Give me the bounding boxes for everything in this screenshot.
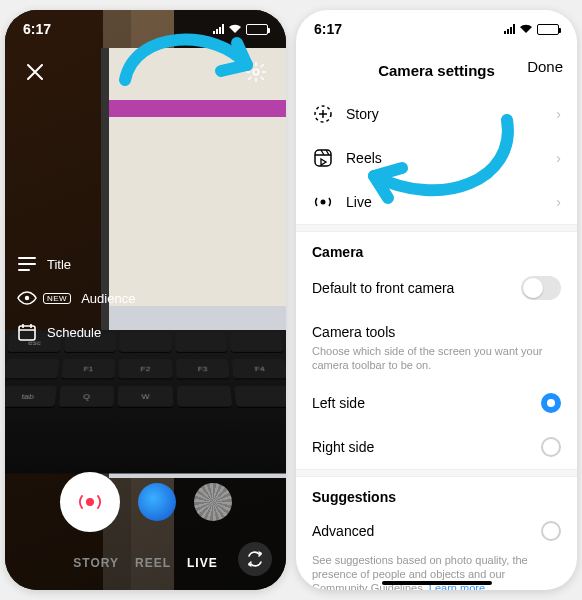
- effect-blue[interactable]: [138, 483, 176, 521]
- link-reels-label: Reels: [346, 150, 382, 166]
- mode-story[interactable]: STORY: [73, 556, 119, 570]
- link-live[interactable]: Live ›: [296, 180, 577, 224]
- close-icon[interactable]: [19, 56, 51, 88]
- effect-grey[interactable]: [194, 483, 232, 521]
- left-side-radio[interactable]: [541, 393, 561, 413]
- new-badge: NEW: [43, 293, 71, 304]
- svg-rect-2: [19, 326, 35, 340]
- link-live-label: Live: [346, 194, 372, 210]
- section-suggestions-heading: Suggestions: [296, 477, 577, 509]
- wifi-icon: [228, 24, 242, 34]
- battery-icon: [537, 24, 559, 35]
- svg-point-3: [86, 498, 94, 506]
- cellular-icon: [213, 24, 224, 34]
- advanced-radio[interactable]: [541, 521, 561, 541]
- home-indicator: [382, 581, 492, 585]
- done-button[interactable]: Done: [527, 58, 563, 75]
- battery-icon: [246, 24, 268, 35]
- status-icons: [504, 24, 559, 35]
- go-live-shutter[interactable]: [60, 472, 120, 532]
- left-side-label: Left side: [312, 395, 365, 411]
- cellular-icon: [504, 24, 515, 34]
- schedule-label: Schedule: [47, 325, 101, 340]
- story-icon: [312, 104, 334, 124]
- reels-icon: [312, 148, 334, 168]
- calendar-icon: [17, 322, 37, 342]
- broadcast-icon: [76, 488, 104, 516]
- right-side-label: Right side: [312, 439, 374, 455]
- lines-icon: [17, 254, 37, 274]
- eye-icon: [17, 288, 37, 308]
- mode-reel[interactable]: REEL: [135, 556, 171, 570]
- default-front-camera-row[interactable]: Default to front camera: [296, 264, 577, 312]
- title-label: Title: [47, 257, 71, 272]
- default-front-camera-label: Default to front camera: [312, 280, 454, 296]
- left-side-row[interactable]: Left side: [296, 381, 577, 425]
- mode-live[interactable]: LIVE: [187, 556, 218, 570]
- camera-tools-heading: Camera tools: [296, 312, 577, 344]
- viewfinder-keyboard: esc F1F2F3F4 tabQW: [5, 330, 286, 473]
- camera-settings-screen: 6:17 Camera settings Done Story › Reels …: [296, 10, 577, 590]
- gear-icon[interactable]: [240, 56, 272, 88]
- audience-button[interactable]: NEW Audience: [17, 288, 135, 308]
- default-front-camera-toggle[interactable]: [521, 276, 561, 300]
- title-button[interactable]: Title: [17, 254, 135, 274]
- wifi-icon: [519, 24, 533, 34]
- audience-label: Audience: [81, 291, 135, 306]
- svg-point-1: [25, 296, 29, 300]
- advanced-row[interactable]: Advanced: [296, 509, 577, 553]
- link-story[interactable]: Story ›: [296, 92, 577, 136]
- camera-tools-sub: Choose which side of the screen you want…: [296, 344, 577, 381]
- status-bar: 6:17: [296, 10, 577, 48]
- advanced-label: Advanced: [312, 523, 374, 539]
- clock: 6:17: [23, 21, 51, 37]
- camera-live-screen: esc F1F2F3F4 tabQW 6:17: [5, 10, 286, 590]
- live-icon: [312, 192, 334, 212]
- switch-camera-icon[interactable]: [238, 542, 272, 576]
- schedule-button[interactable]: Schedule: [17, 322, 135, 342]
- svg-point-0: [253, 69, 259, 75]
- right-side-row[interactable]: Right side: [296, 425, 577, 469]
- status-icons: [213, 24, 268, 35]
- section-camera-heading: Camera: [296, 232, 577, 264]
- chevron-right-icon: ›: [556, 106, 561, 122]
- clock: 6:17: [314, 21, 342, 37]
- chevron-right-icon: ›: [556, 150, 561, 166]
- status-bar: 6:17: [5, 10, 286, 48]
- link-reels[interactable]: Reels ›: [296, 136, 577, 180]
- chevron-right-icon: ›: [556, 194, 561, 210]
- live-options-menu: Title NEW Audience Schedule: [17, 254, 135, 342]
- right-side-radio[interactable]: [541, 437, 561, 457]
- link-story-label: Story: [346, 106, 379, 122]
- svg-point-6: [321, 200, 326, 205]
